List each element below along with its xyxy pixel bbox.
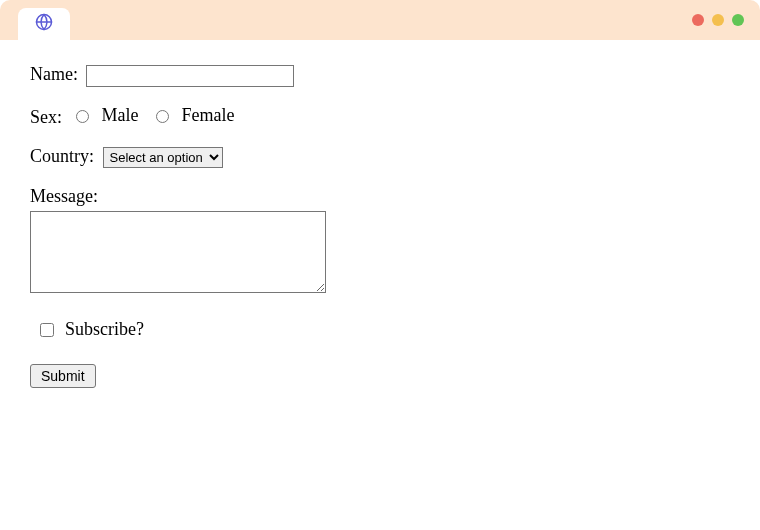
maximize-icon[interactable] — [732, 14, 744, 26]
message-textarea[interactable] — [30, 211, 326, 293]
subscribe-checkbox[interactable] — [40, 323, 54, 337]
sex-label: Sex: — [30, 107, 62, 127]
message-label: Message: — [30, 186, 98, 206]
sex-radio-male[interactable] — [76, 110, 89, 123]
close-icon[interactable] — [692, 14, 704, 26]
country-row: Country: Select an option — [30, 146, 730, 168]
name-label: Name: — [30, 64, 78, 84]
sex-female-label: Female — [182, 105, 235, 126]
globe-icon — [35, 13, 53, 36]
minimize-icon[interactable] — [712, 14, 724, 26]
country-label: Country: — [30, 146, 94, 166]
name-row: Name: — [30, 64, 730, 87]
name-input[interactable] — [86, 65, 294, 87]
title-bar — [0, 0, 760, 40]
submit-row: Submit — [30, 364, 730, 388]
sex-row: Sex: Male Female — [30, 105, 730, 129]
subscribe-label: Subscribe? — [65, 319, 144, 340]
country-select[interactable]: Select an option — [103, 147, 223, 168]
form-content: Name: Sex: Male Female Country: Select a… — [0, 40, 760, 430]
subscribe-row: Subscribe? — [36, 319, 730, 340]
sex-male-label: Male — [102, 105, 139, 126]
window-controls — [692, 14, 744, 26]
browser-tab[interactable] — [18, 8, 70, 40]
submit-button[interactable]: Submit — [30, 364, 96, 388]
sex-radio-female[interactable] — [156, 110, 169, 123]
message-row: Message: — [30, 186, 730, 293]
